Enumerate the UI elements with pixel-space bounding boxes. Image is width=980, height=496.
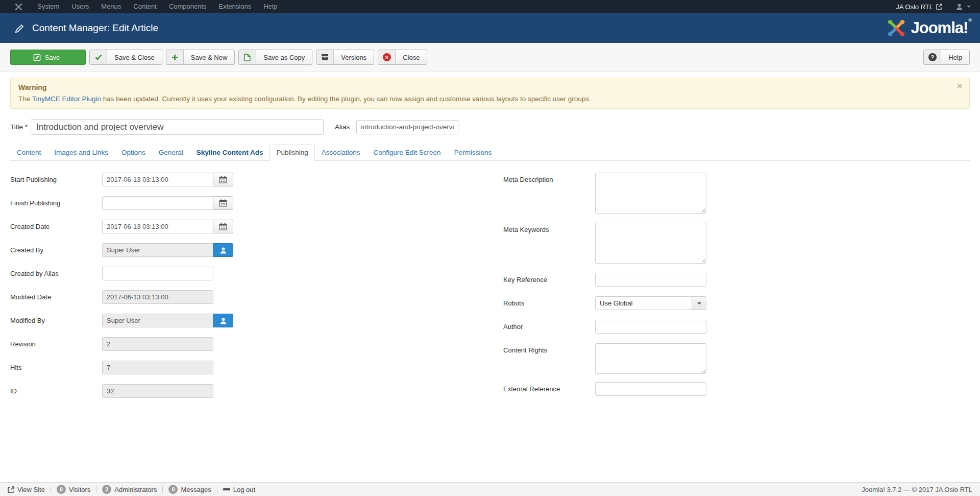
close-button[interactable]: × Close (378, 50, 427, 65)
key-reference-input[interactable] (595, 273, 706, 287)
archive-icon (316, 50, 334, 64)
divider (96, 486, 96, 493)
menu-extensions[interactable]: Extensions (213, 0, 258, 13)
field-label: Key Reference (503, 273, 595, 287)
joomla-logo: Joomla!® (886, 17, 971, 39)
alias-input[interactable] (356, 120, 458, 134)
select-user-button[interactable] (213, 314, 233, 327)
field-label: Robots (503, 296, 595, 310)
finish-publishing-input[interactable] (102, 196, 213, 210)
menu-help[interactable]: Help (257, 0, 283, 13)
messages-count-badge: 0 (168, 485, 178, 494)
select-user-button[interactable] (213, 243, 233, 257)
save-button[interactable]: Save (10, 50, 86, 65)
content-rights-textarea[interactable] (595, 343, 706, 374)
field-row: Hits (10, 361, 503, 374)
field-label: Modified Date (10, 290, 102, 304)
author-input[interactable] (595, 320, 706, 334)
field-row: Modified Date (10, 290, 503, 304)
meta-keywords-textarea[interactable] (595, 223, 706, 264)
external-link-icon (936, 4, 942, 10)
administrators-count-badge: 2 (102, 485, 111, 494)
created-by-field (102, 243, 213, 257)
modified-date-field (102, 290, 213, 304)
field-row: Meta Keywords (503, 223, 970, 264)
external-reference-input[interactable] (595, 382, 706, 396)
field-label: Created By (10, 243, 102, 257)
field-label: Author (503, 320, 595, 334)
admin-menu: System Users Menus Content Components Ex… (31, 0, 283, 13)
save-new-button[interactable]: Save & New (166, 50, 235, 65)
publishing-column-left: Start Publishing Finish Publishing (10, 173, 503, 408)
calendar-icon (219, 223, 227, 230)
field-label: Finish Publishing (10, 196, 102, 210)
page-title: Content Manager: Edit Article (32, 22, 158, 34)
calendar-button[interactable] (213, 173, 233, 186)
user-menu[interactable] (955, 3, 971, 10)
chevron-down-icon (967, 6, 971, 8)
field-row: Created Date (10, 220, 503, 233)
plus-icon (166, 50, 184, 64)
tinymce-plugin-link[interactable]: TinyMCE Editor Plugin (32, 95, 101, 103)
menu-menus[interactable]: Menus (95, 0, 127, 13)
robots-select[interactable]: Use Global (595, 296, 706, 310)
copy-icon (239, 50, 256, 64)
user-icon (219, 247, 227, 254)
field-label: Created Date (10, 220, 102, 233)
menu-users[interactable]: Users (65, 0, 95, 13)
start-publishing-input[interactable] (102, 173, 213, 186)
field-row: Finish Publishing (10, 196, 503, 210)
save-copy-button[interactable]: Save as Copy (238, 50, 312, 65)
menu-system[interactable]: System (31, 0, 65, 13)
menu-components[interactable]: Components (163, 0, 213, 13)
field-label: Meta Keywords (503, 223, 595, 264)
versions-button[interactable]: Versions (316, 50, 374, 65)
joomla-glyph-icon (14, 3, 23, 11)
title-input[interactable] (31, 119, 324, 135)
divider (162, 486, 163, 493)
field-row: Revision (10, 337, 503, 351)
logout-link[interactable]: Log out (223, 486, 255, 493)
tab-images-and-links[interactable]: Images and Links (47, 145, 115, 161)
field-row: Modified By (10, 314, 503, 327)
created-by-alias-input[interactable] (102, 267, 213, 280)
visitors-count-badge: 0 (57, 485, 66, 494)
revision-field (102, 337, 213, 351)
tab-skyline-content-ads[interactable]: Skyline Content Ads (190, 145, 270, 161)
divider (217, 486, 217, 493)
visitors-status: 0 Visitors (57, 485, 90, 494)
tab-configure-edit-screen[interactable]: Configure Edit Screen (367, 145, 448, 161)
field-label: External Reference (503, 382, 595, 396)
field-row: Robots Use Global (503, 296, 970, 310)
tab-permissions[interactable]: Permissions (448, 145, 499, 161)
tab-content[interactable]: Content (10, 145, 47, 161)
hits-field (102, 361, 213, 374)
close-icon[interactable]: × (957, 82, 962, 90)
field-label: Revision (10, 337, 102, 351)
messages-status[interactable]: 0 Messages (168, 485, 211, 494)
calendar-button[interactable] (213, 196, 233, 210)
calendar-button[interactable] (213, 220, 233, 233)
field-label: ID (10, 384, 102, 398)
created-date-input[interactable] (102, 220, 213, 233)
menu-content[interactable]: Content (127, 0, 163, 13)
tab-general[interactable]: General (152, 145, 190, 161)
tab-options[interactable]: Options (115, 145, 152, 161)
view-site-footer-link[interactable]: View Site (8, 486, 45, 493)
site-name: JA Oslo RTL (896, 3, 933, 11)
meta-description-textarea[interactable] (595, 173, 706, 214)
calendar-icon (219, 199, 227, 207)
calendar-icon (219, 176, 227, 183)
tab-publishing[interactable]: Publishing (270, 145, 314, 161)
view-site-link[interactable]: JA Oslo RTL (896, 3, 942, 11)
save-close-button[interactable]: Save & Close (89, 50, 162, 65)
field-row: ID (10, 384, 503, 398)
help-button[interactable]: ? Help (923, 50, 970, 65)
joomla-logo-icon (886, 17, 907, 39)
edit-tabs: Content Images and Links Options General… (10, 145, 970, 161)
tab-associations[interactable]: Associations (315, 145, 367, 161)
joomla-logo-text: Joomla!® (911, 19, 971, 37)
pencil-icon (15, 23, 24, 33)
field-row: Meta Description (503, 173, 970, 214)
admin-menubar-right: JA Oslo RTL (896, 3, 971, 11)
